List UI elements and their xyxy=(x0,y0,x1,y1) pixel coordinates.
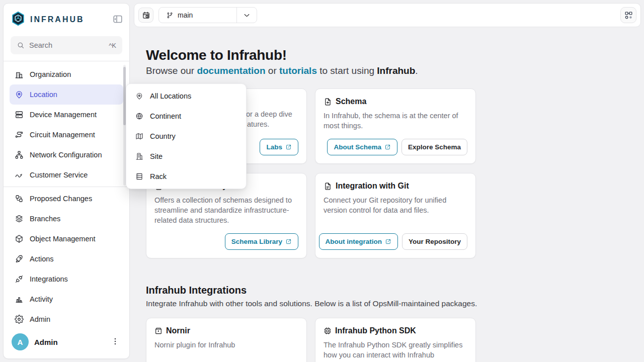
sidebar-item-network-configuration[interactable]: Network Configuration xyxy=(10,145,123,165)
sidebar-item-activity[interactable]: Activity xyxy=(10,289,123,309)
sidebar-item-customer-service[interactable]: Customer Service xyxy=(10,165,123,185)
topbar: main xyxy=(134,3,641,27)
menu-item-label: Country xyxy=(150,132,176,140)
menu-item-country[interactable]: Country xyxy=(126,126,246,146)
search-input[interactable]: Search ^K xyxy=(11,36,122,54)
card-description: Nornir plugin for Infrahub xyxy=(154,340,298,350)
your-repository-label: Your Repository xyxy=(409,238,461,245)
collapse-sidebar-icon[interactable] xyxy=(112,14,123,25)
schema-library-label: Schema Library xyxy=(231,238,282,245)
card-description: Connect your Git repository for unified … xyxy=(324,195,467,215)
branch-selector[interactable]: main xyxy=(158,7,257,23)
sidebar-item-label: Customer Service xyxy=(30,171,88,179)
search-icon xyxy=(17,41,25,49)
time-travel-button[interactable] xyxy=(138,8,153,23)
nornir-card: Nornir Nornir plugin for Infrahub xyxy=(146,318,307,362)
sidebar-item-label: Branches xyxy=(30,215,60,223)
menu-item-rack[interactable]: Rack xyxy=(126,166,246,187)
your-repository-button[interactable]: Your Repository xyxy=(402,233,467,250)
sidebar-item-proposed-changes[interactable]: Proposed Changes xyxy=(10,189,123,209)
search-shortcut: ^K xyxy=(109,42,116,49)
package-icon xyxy=(154,327,163,335)
sidebar-item-actions[interactable]: Actions xyxy=(10,249,123,269)
sidebar-item-label: Circuit Management xyxy=(30,131,95,139)
menu-item-label: Continent xyxy=(150,112,181,120)
intro-suffix: to start using xyxy=(317,65,377,76)
location-icon xyxy=(15,90,24,99)
sidebar-item-label: Device Management xyxy=(30,111,97,119)
components-button[interactable] xyxy=(620,7,636,23)
customer-service-icon xyxy=(15,170,24,179)
sidebar-item-integrations[interactable]: Integrations xyxy=(10,269,123,289)
user-menu[interactable]: A Admin xyxy=(8,329,125,354)
sidebar-item-branches[interactable]: Branches xyxy=(10,209,123,229)
intro-bold: Infrahub xyxy=(377,65,415,76)
menu-item-continent[interactable]: Continent xyxy=(126,106,246,126)
labs-button[interactable]: Labs xyxy=(260,139,298,155)
sidebar-item-label: Proposed Changes xyxy=(30,195,92,203)
card-description: The Infrahub Python SDK greatly simplifi… xyxy=(324,340,467,362)
sidebar-item-label: Location xyxy=(30,90,57,99)
sidebar-item-location[interactable]: Location xyxy=(10,84,123,105)
intro-middle: or xyxy=(266,65,279,76)
schema-library-button[interactable]: Schema Library xyxy=(225,233,298,250)
labs-card-text-fragment: or a deep dive xyxy=(246,110,292,118)
device-management-icon xyxy=(15,110,24,119)
avatar: A xyxy=(12,333,29,350)
primary-nav: Organization Location Device Management … xyxy=(4,61,129,185)
chip-icon xyxy=(324,327,332,335)
country-icon xyxy=(135,132,143,140)
sidebar-item-admin[interactable]: Admin xyxy=(10,309,123,329)
branch-name: main xyxy=(178,11,193,19)
calendar-clock-icon xyxy=(142,11,150,20)
tutorials-link[interactable]: tutorials xyxy=(279,65,317,76)
integrations-section-title: Infrahub Integrations xyxy=(146,285,247,296)
sidebar-item-object-management[interactable]: Object Management xyxy=(10,229,123,249)
site-icon xyxy=(135,152,143,160)
branch-dropdown-toggle[interactable] xyxy=(236,8,257,23)
menu-item-label: All Locations xyxy=(150,92,191,100)
all-locations-icon xyxy=(135,92,143,100)
infrahub-logo-icon xyxy=(11,11,26,28)
integrations-icon xyxy=(15,275,24,284)
integrations-section-subtitle: Integrate Infrahub with other tools and … xyxy=(146,299,477,308)
search-placeholder: Search xyxy=(29,41,52,49)
about-schema-button[interactable]: About Schema xyxy=(327,139,397,155)
card-title: Nornir xyxy=(166,326,190,335)
welcome-subtitle: Browse our documentation or tutorials to… xyxy=(146,65,418,76)
network-configuration-icon xyxy=(15,150,24,159)
card-title: Infrahub Python SDK xyxy=(335,326,416,335)
sidebar-item-device-management[interactable]: Device Management xyxy=(10,105,123,125)
kebab-menu-icon[interactable] xyxy=(109,336,121,348)
sidebar: INFRAHUB Search ^K Organization Location… xyxy=(3,3,130,359)
secondary-nav: Proposed Changes Branches Object Managem… xyxy=(4,187,129,329)
chevron-down-icon xyxy=(243,11,251,20)
sidebar-item-label: Object Management xyxy=(30,235,96,243)
integrations-cards: Nornir Nornir plugin for Infrahub Infrah… xyxy=(146,318,476,362)
intro-end: . xyxy=(415,65,418,76)
explore-schema-button[interactable]: Explore Schema xyxy=(401,139,467,155)
external-link-icon xyxy=(385,238,391,245)
organization-icon xyxy=(15,70,24,79)
actions-icon xyxy=(15,254,24,263)
rack-icon xyxy=(135,172,143,180)
documentation-link[interactable]: documentation xyxy=(197,65,265,76)
branch-current[interactable]: main xyxy=(159,8,236,23)
activity-icon xyxy=(15,295,24,304)
menu-item-site[interactable]: Site xyxy=(126,146,246,166)
external-link-icon xyxy=(285,238,292,245)
sidebar-item-organization[interactable]: Organization xyxy=(10,64,123,84)
branches-icon xyxy=(15,214,24,223)
menu-item-all-locations[interactable]: All Locations xyxy=(126,86,246,106)
about-integration-button[interactable]: About integration xyxy=(319,233,398,250)
user-name: Admin xyxy=(34,338,58,346)
card-title: Integration with Git xyxy=(336,182,409,191)
file-icon xyxy=(324,182,332,191)
sidebar-item-label: Integrations xyxy=(30,275,68,283)
brand: INFRAHUB xyxy=(4,4,129,33)
sidebar-item-label: Admin xyxy=(30,315,50,323)
file-icon xyxy=(324,98,332,106)
sidebar-item-circuit-management[interactable]: Circuit Management xyxy=(10,125,123,145)
location-dropdown-menu: All Locations Continent Country Site Rac… xyxy=(126,83,247,189)
object-management-icon xyxy=(15,234,24,243)
